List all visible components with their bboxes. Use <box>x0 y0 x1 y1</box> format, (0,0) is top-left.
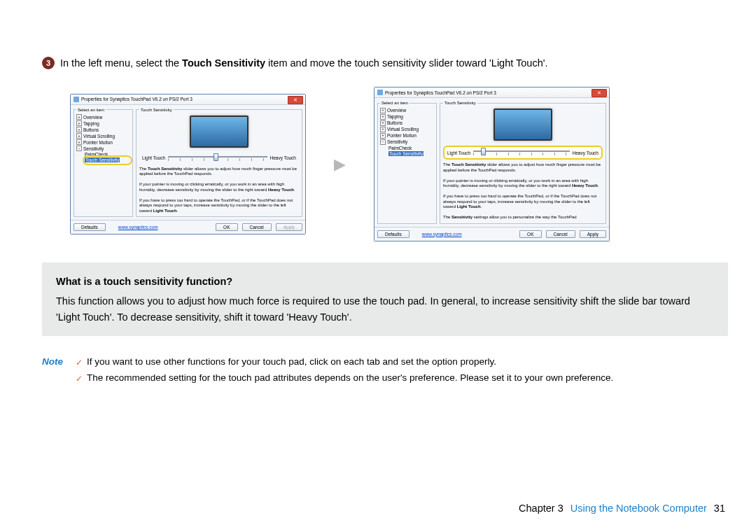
screenshots-row: Properties for Synaptics TouchPad V6.2 o… <box>70 87 728 241</box>
tree-pointer[interactable]: +Pointer Motion <box>76 139 130 146</box>
tree-vscroll[interactable]: +Virtual Scrolling <box>76 133 130 139</box>
vendor-link[interactable]: www.synaptics.com <box>422 232 462 237</box>
tree-touch-sensitivity[interactable]: Touch Sensitivity <box>85 158 130 163</box>
tree-buttons[interactable]: +Buttons <box>380 120 434 126</box>
cancel-button[interactable]: Cancel <box>546 230 575 238</box>
help-text: The Touch Sensitivity slider allows you … <box>443 162 603 220</box>
tree-tapping[interactable]: +Tapping <box>380 113 434 120</box>
close-icon[interactable]: ✕ <box>288 96 303 104</box>
tree-panel: Select an item +Overview +Tapping +Butto… <box>74 108 133 218</box>
dialog-after: Properties for Synaptics TouchPad V6.2 o… <box>374 87 610 241</box>
tree-overview[interactable]: +Overview <box>76 114 130 120</box>
tree-pointer[interactable]: +Pointer Motion <box>380 132 434 139</box>
dialog-buttons: Defaults www.synaptics.com OK Cancel App… <box>71 220 305 234</box>
defaults-button[interactable]: Defaults <box>377 230 410 238</box>
tree-vscroll[interactable]: +Virtual Scrolling <box>380 126 434 132</box>
preview-monitor <box>443 108 603 141</box>
help-text: The Touch Sensitivity slider allows you … <box>139 167 299 214</box>
app-icon <box>74 97 79 102</box>
apply-button[interactable]: Apply <box>276 223 302 231</box>
page-footer: Chapter 3 Using the Notebook Computer 31 <box>519 503 725 514</box>
arrow-right-icon: ▶ <box>334 155 346 174</box>
settings-panel: Touch Sensitivity Light Touch Heavy Touc… <box>136 108 302 218</box>
sensitivity-slider[interactable]: Light Touch Heavy Touch <box>139 153 299 164</box>
ok-button[interactable]: OK <box>216 223 237 231</box>
tree-overview[interactable]: +Overview <box>380 107 434 113</box>
tree-sensitivity[interactable]: −Sensitivity <box>76 146 130 152</box>
step-number-badge: 3 <box>42 57 55 69</box>
apply-button[interactable]: Apply <box>580 230 606 238</box>
step-3: 3 In the left menu, select the Touch Sen… <box>42 56 728 70</box>
dialog-buttons: Defaults www.synaptics.com OK Cancel App… <box>374 227 609 241</box>
note-label: Note <box>42 354 76 386</box>
step-text: In the left menu, select the Touch Sensi… <box>60 56 548 70</box>
page-number: 31 <box>714 503 725 514</box>
window-title: Properties for Synaptics TouchPad V6.2 o… <box>385 90 496 95</box>
note-item-1: ✓If you want to use other functions for … <box>76 354 728 370</box>
tree-tapping[interactable]: +Tapping <box>76 120 130 127</box>
preview-monitor <box>139 115 299 148</box>
titlebar: Properties for Synaptics TouchPad V6.2 o… <box>374 88 609 98</box>
info-body: This function allows you to adjust how m… <box>56 293 714 325</box>
tree-panel: Select an item +Overview +Tapping +Butto… <box>377 101 437 224</box>
note-block: Note ✓If you want to use other functions… <box>42 354 728 386</box>
sensitivity-slider[interactable]: Light Touch Heavy Touch <box>443 146 603 160</box>
chapter-label: Chapter 3 <box>519 503 564 514</box>
info-box: What is a touch sensitivity function? Th… <box>42 262 728 336</box>
defaults-button[interactable]: Defaults <box>74 223 106 231</box>
vendor-link[interactable]: www.synaptics.com <box>118 225 158 230</box>
info-title: What is a touch sensitivity function? <box>56 274 714 289</box>
cancel-button[interactable]: Cancel <box>242 223 272 231</box>
check-icon: ✓ <box>76 372 83 386</box>
tree-sensitivity[interactable]: −Sensitivity <box>380 139 434 145</box>
tree-palmcheck[interactable]: PalmCheck <box>388 145 434 150</box>
settings-panel: Touch Sensitivity Light Touch Heavy Touc… <box>440 101 606 224</box>
note-item-2: ✓The recommended setting for the touch p… <box>76 370 728 386</box>
tree-touch-sensitivity[interactable]: Touch Sensitivity <box>388 150 434 156</box>
app-icon <box>377 90 383 95</box>
check-icon: ✓ <box>76 356 83 370</box>
close-icon[interactable]: ✕ <box>592 89 607 97</box>
titlebar: Properties for Synaptics TouchPad V6.2 o… <box>71 94 305 105</box>
tree-buttons[interactable]: +Buttons <box>76 127 130 133</box>
ok-button[interactable]: OK <box>519 230 541 238</box>
tree-palmcheck[interactable]: PalmCheck <box>85 152 130 158</box>
dialog-before: Properties for Synaptics TouchPad V6.2 o… <box>70 94 306 235</box>
chapter-title: Using the Notebook Computer <box>570 503 707 514</box>
window-title: Properties for Synaptics TouchPad V6.2 o… <box>81 97 192 102</box>
